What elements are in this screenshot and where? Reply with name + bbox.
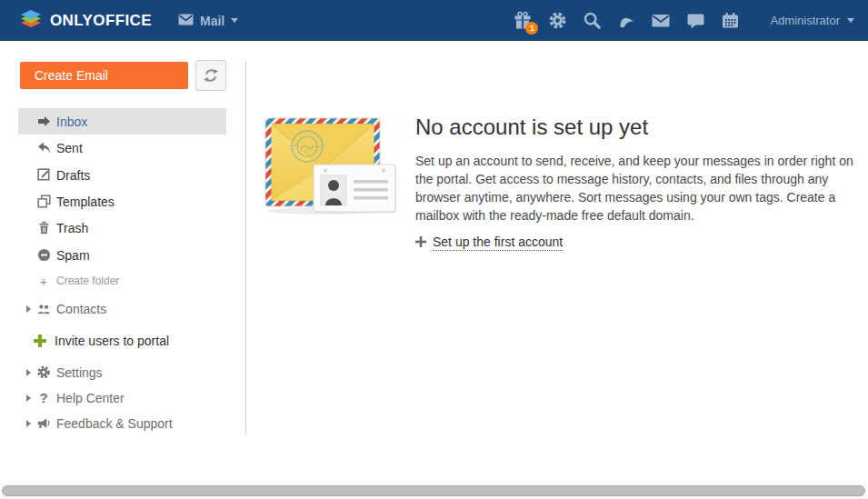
onlyoffice-layers-icon — [19, 7, 43, 34]
green-plus-icon — [33, 334, 47, 348]
feed-icon[interactable] — [616, 11, 636, 31]
trash-icon — [36, 221, 51, 235]
megaphone-icon — [36, 416, 51, 431]
sidebar-item-sent[interactable]: Sent — [0, 135, 245, 161]
user-name: Administrator — [770, 14, 840, 27]
refresh-icon — [203, 67, 219, 84]
chevron-down-icon — [231, 18, 238, 23]
expand-arrow-icon[interactable] — [26, 420, 31, 427]
module-selector[interactable]: Mail — [178, 13, 238, 29]
sidebar-divider — [245, 62, 246, 434]
templates-icon — [36, 195, 51, 209]
user-menu[interactable]: Administrator — [770, 14, 854, 27]
block-icon — [36, 248, 51, 263]
sidebar-item-trash[interactable]: Trash — [0, 215, 245, 241]
talk-icon[interactable] — [685, 11, 705, 31]
calendar-icon[interactable] — [720, 11, 740, 31]
brand-name: ONLYOFFICE — [50, 12, 152, 30]
draft-pencil-icon — [36, 168, 51, 183]
sidebar-item-feedback-support[interactable]: Feedback & Support — [0, 410, 245, 436]
gear-icon — [36, 365, 51, 380]
sidebar-item-contacts[interactable]: Contacts — [0, 295, 245, 322]
setup-first-account-link[interactable]: Set up the first account — [415, 235, 563, 251]
horizontal-scrollbar-thumb[interactable] — [2, 485, 865, 496]
expand-arrow-icon[interactable] — [26, 394, 31, 402]
reply-arrow-icon — [36, 141, 51, 155]
invite-users-button[interactable]: Invite users to portal — [0, 326, 245, 354]
expand-arrow-icon[interactable] — [26, 305, 31, 313]
settings-icon[interactable] — [547, 11, 567, 31]
gift-badge-count: 1 — [525, 22, 538, 35]
search-icon[interactable] — [582, 11, 602, 31]
refresh-button[interactable] — [195, 60, 226, 91]
horizontal-scrollbar-track[interactable] — [0, 484, 868, 499]
mail-icon[interactable] — [651, 11, 671, 31]
chevron-down-icon — [847, 18, 854, 23]
mail-app-window: ONLYOFFICE Mail 1 — [0, 0, 868, 499]
setup-link-label: Set up the first account — [433, 235, 563, 251]
create-email-button[interactable]: Create Email — [20, 62, 188, 89]
top-navigation-bar: ONLYOFFICE Mail 1 — [0, 0, 868, 41]
mail-module-icon — [178, 13, 194, 29]
envelope-illustration — [264, 113, 397, 220]
sidebar-item-templates[interactable]: Templates — [0, 188, 245, 215]
onlyoffice-logo[interactable]: ONLYOFFICE — [19, 7, 152, 34]
module-label: Mail — [200, 14, 224, 28]
page-title: No account is set up yet — [415, 115, 648, 140]
gift-icon[interactable]: 1 — [513, 11, 533, 31]
sidebar-item-inbox[interactable]: Inbox — [18, 108, 226, 135]
sidebar-item-drafts[interactable]: Drafts — [0, 162, 245, 188]
contacts-icon — [36, 302, 51, 316]
sidebar-item-help-center[interactable]: ? Help Center — [0, 384, 245, 411]
create-folder-button[interactable]: + Create folder — [0, 269, 245, 293]
question-mark-icon: ? — [36, 390, 51, 405]
plus-icon: + — [36, 274, 51, 289]
sidebar-item-spam[interactable]: Spam — [0, 242, 245, 268]
expand-arrow-icon[interactable] — [26, 369, 31, 376]
sidebar-item-settings[interactable]: Settings — [0, 359, 245, 385]
plus-icon — [415, 235, 426, 251]
arrow-right-icon — [36, 115, 51, 129]
topbar-icon-group: 1 — [513, 11, 740, 31]
empty-state-description: Set up an account to send, receive, and … — [415, 152, 854, 225]
